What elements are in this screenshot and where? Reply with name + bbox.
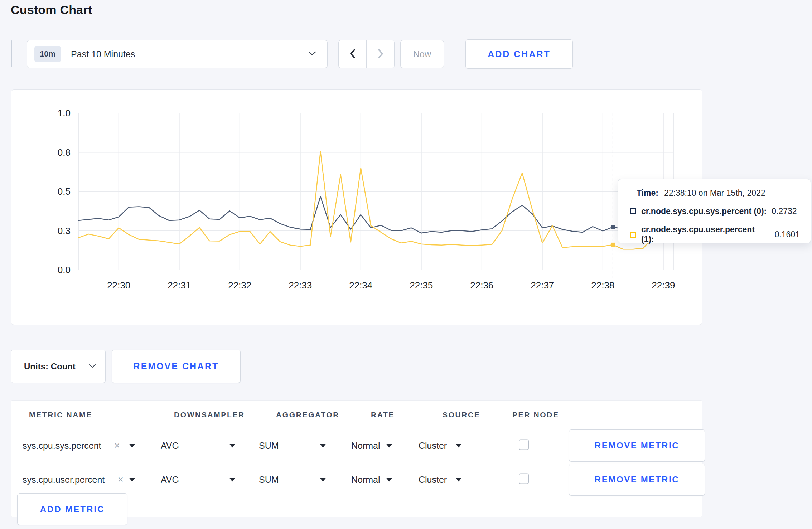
remove-chart-button[interactable]: REMOVE CHART — [112, 350, 241, 383]
chevron-right-icon — [377, 48, 384, 60]
caret-down-icon[interactable] — [456, 478, 461, 481]
add-chart-button[interactable]: ADD CHART — [465, 39, 573, 69]
chevron-left-icon — [349, 48, 356, 60]
x-tick-label: 22:39 — [652, 280, 675, 291]
time-range-label: Past 10 Minutes — [71, 49, 135, 59]
time-nav-group — [338, 40, 395, 68]
clear-metric-icon[interactable]: × — [114, 440, 120, 451]
x-tick-label: 22:33 — [289, 280, 312, 291]
x-tick-label: 22:30 — [107, 280, 130, 291]
add-metric-button[interactable]: ADD METRIC — [17, 493, 127, 525]
caret-down-icon[interactable] — [386, 444, 392, 447]
metric-row: sys.cpu.sys.percent × AVG SUM Normal Clu… — [11, 428, 702, 462]
series-line — [78, 196, 673, 233]
per-node-checkbox[interactable] — [519, 439, 529, 450]
hover-point-marker — [611, 225, 615, 229]
caret-down-icon[interactable] — [229, 478, 235, 481]
caret-down-icon[interactable] — [229, 444, 235, 447]
source-select[interactable]: Cluster — [419, 474, 447, 485]
y-tick-label: 0.5 — [58, 186, 71, 197]
tooltip-series-value: 0.1601 — [775, 230, 800, 239]
column-header-per-node: PER NODE — [512, 411, 559, 419]
caret-down-icon[interactable] — [320, 478, 326, 481]
x-tick-label: 22:36 — [470, 280, 493, 291]
tooltip-time-row: Time: 22:38:10 on Mar 15th, 2022 — [637, 188, 800, 198]
hover-point-marker — [611, 243, 615, 247]
column-header-downsampler: DOWNSAMPLER — [174, 411, 245, 419]
series-line — [78, 151, 673, 249]
tooltip-series-name: cr.node.sys.cpu.sys.percent (0): — [641, 207, 767, 216]
units-label: Units: Count — [24, 361, 76, 372]
tooltip-series-row: cr.node.sys.cpu.sys.percent (0): 0.2732 — [630, 207, 800, 216]
custom-chart-page: Custom Chart 10m Past 10 Minutes Now ADD… — [0, 0, 812, 529]
downsampler-select[interactable]: AVG — [161, 440, 179, 451]
column-header-aggregator: AGGREGATOR — [276, 411, 339, 419]
column-header-source: SOURCE — [443, 411, 480, 419]
toolbar-divider — [11, 40, 12, 67]
y-tick-label: 0.3 — [58, 225, 71, 236]
clear-metric-icon[interactable]: × — [118, 474, 124, 485]
user-series-swatch-icon — [630, 232, 636, 238]
tooltip-time-value: 22:38:10 on Mar 15th, 2022 — [664, 188, 765, 198]
tooltip-time-key: Time: — [637, 188, 658, 198]
aggregator-select[interactable]: SUM — [259, 474, 279, 485]
x-tick-label: 22:35 — [410, 280, 433, 291]
column-header-metric-name: METRIC NAME — [29, 411, 92, 419]
metric-name-select[interactable]: sys.cpu.user.percent — [23, 474, 105, 485]
caret-down-icon[interactable] — [386, 478, 392, 481]
tooltip-series-name: cr.node.sys.cpu.user.percent (1): — [641, 225, 770, 244]
x-tick-label: 22:34 — [349, 280, 372, 291]
caret-down-icon[interactable] — [129, 478, 135, 481]
rate-select[interactable]: Normal — [351, 440, 380, 451]
time-back-button[interactable] — [339, 40, 366, 68]
source-select[interactable]: Cluster — [419, 440, 447, 451]
metric-row: sys.cpu.user.percent × AVG SUM Normal Cl… — [11, 462, 702, 496]
page-title: Custom Chart — [11, 3, 92, 17]
rate-select[interactable]: Normal — [351, 474, 380, 485]
y-tick-label: 0.0 — [58, 264, 71, 275]
time-range-select[interactable]: 10m Past 10 Minutes — [27, 40, 328, 68]
metric-name-select[interactable]: sys.cpu.sys.percent — [23, 440, 101, 451]
caret-down-icon[interactable] — [129, 444, 135, 447]
tooltip-series-row: cr.node.sys.cpu.user.percent (1): 0.1601 — [630, 225, 800, 244]
aggregator-select[interactable]: SUM — [259, 440, 279, 451]
time-range-badge: 10m — [34, 46, 61, 62]
chevron-down-icon — [308, 51, 316, 57]
x-tick-label: 22:38 — [591, 280, 614, 291]
time-forward-button[interactable] — [366, 40, 394, 68]
tooltip-series-value: 0.2732 — [772, 207, 797, 216]
x-tick-label: 22:32 — [228, 280, 251, 291]
y-tick-label: 0.8 — [58, 147, 71, 158]
y-tick-label: 1.0 — [58, 108, 71, 118]
column-header-rate: RATE — [371, 411, 395, 419]
per-node-checkbox[interactable] — [519, 473, 529, 484]
remove-metric-button[interactable]: REMOVE METRIC — [569, 429, 705, 462]
chevron-down-icon — [89, 363, 96, 370]
sys-series-swatch-icon — [630, 208, 636, 214]
x-tick-label: 22:31 — [168, 280, 191, 291]
x-tick-label: 22:37 — [531, 280, 554, 291]
caret-down-icon[interactable] — [456, 444, 461, 447]
chart-tooltip: Time: 22:38:10 on Mar 15th, 2022 cr.node… — [618, 179, 811, 243]
cpu-usage-chart[interactable]: 0.00.30.50.81.022:3022:3122:3222:3322:34… — [11, 90, 703, 325]
caret-down-icon[interactable] — [320, 444, 326, 447]
units-select[interactable]: Units: Count — [11, 350, 106, 383]
now-button[interactable]: Now — [400, 40, 444, 68]
remove-metric-button[interactable]: REMOVE METRIC — [569, 464, 705, 496]
downsampler-select[interactable]: AVG — [161, 474, 179, 485]
chart-card: 0.00.30.50.81.022:3022:3122:3222:3322:34… — [11, 89, 702, 325]
